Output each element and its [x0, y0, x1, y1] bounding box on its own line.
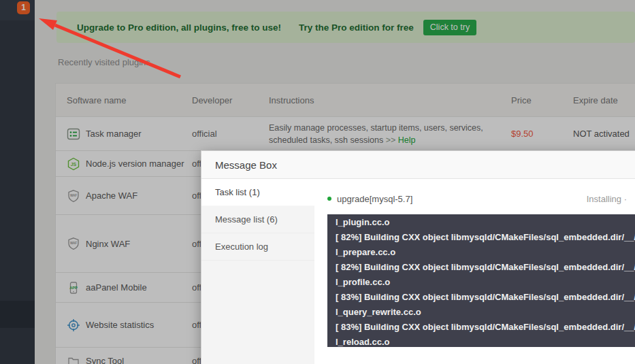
- console-line: l_profile.cc.o: [336, 275, 635, 290]
- task-item: upgrade[mysql-5.7] Installing ·: [327, 192, 627, 205]
- tab-task-list[interactable]: Task list (1): [201, 179, 314, 206]
- tab-execution-log[interactable]: Execution log: [201, 233, 314, 261]
- modal-title: Message Box: [215, 159, 277, 171]
- console-line: l_plugin.cc.o: [336, 215, 635, 230]
- console-line: [ 82%] Building CXX object libmysqld/CMa…: [336, 260, 635, 275]
- modal-header: Message Box: [201, 151, 635, 179]
- console-line: [ 82%] Building CXX object libmysqld/CMa…: [336, 230, 635, 245]
- task-name: upgrade[mysql-5.7]: [337, 194, 412, 204]
- task-panel: upgrade[mysql-5.7] Installing · l_plugin…: [314, 179, 635, 364]
- console-line: [ 83%] Building CXX object libmysqld/CMa…: [336, 290, 635, 305]
- task-status-dot-icon: [327, 197, 331, 201]
- modal-body: Task list (1) Message list (6) Execution…: [201, 179, 635, 364]
- task-status-text: Installing ·: [587, 194, 627, 204]
- build-log-console[interactable]: l_plugin.cc.o [ 82%] Building CXX object…: [327, 214, 635, 347]
- modal-tab-list: Task list (1) Message list (6) Execution…: [201, 179, 314, 364]
- console-line: l_prepare.cc.o: [336, 245, 635, 260]
- message-box-modal: Message Box Task list (1) Message list (…: [201, 151, 635, 364]
- console-line: [ 83%] Building CXX object libmysqld/CMa…: [336, 320, 635, 335]
- tab-message-list[interactable]: Message list (6): [201, 206, 314, 233]
- console-line: l_query_rewrite.cc.o: [336, 305, 635, 320]
- console-line: l_reload.cc.o: [336, 335, 635, 347]
- screen: 1 Upgrade to Pro edition, all plugins, f…: [0, 0, 635, 364]
